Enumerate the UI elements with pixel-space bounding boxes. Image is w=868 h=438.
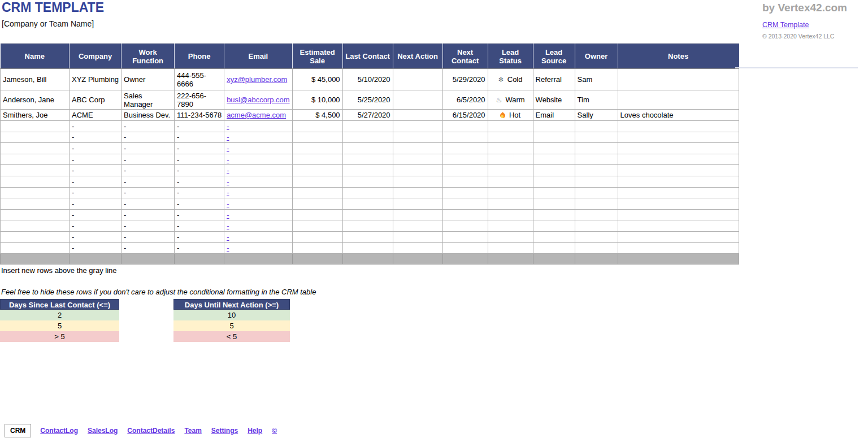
cell-name[interactable]	[1, 165, 70, 176]
column-header-last[interactable]: Last Contact	[342, 44, 393, 69]
cell-email[interactable]: -	[224, 231, 292, 242]
cell-status[interactable]	[488, 242, 533, 254]
cell-action[interactable]	[393, 143, 442, 154]
email-link[interactable]: -	[227, 222, 229, 230]
cell-work[interactable]: -	[121, 187, 175, 198]
cell-phone[interactable]: -	[175, 242, 224, 254]
cell-last[interactable]: 5/25/2020	[342, 90, 393, 110]
cell-work[interactable]: -	[121, 176, 175, 187]
cell-phone[interactable]: -	[175, 198, 224, 210]
cell-work[interactable]: -	[121, 231, 175, 242]
cell-name[interactable]	[1, 187, 70, 198]
cell-work[interactable]: -	[121, 132, 175, 143]
cell-status[interactable]	[488, 154, 533, 165]
cell-status[interactable]	[488, 231, 533, 242]
cell-email[interactable]: -	[224, 220, 292, 232]
cell-notes[interactable]	[618, 154, 739, 165]
email-link[interactable]: -	[227, 177, 229, 186]
column-header-email[interactable]: Email	[224, 44, 292, 69]
cell-sale[interactable]	[292, 187, 342, 198]
cell-last[interactable]: 5/10/2020	[342, 69, 393, 90]
cell-phone[interactable]: 111-234-5678	[175, 110, 224, 121]
cell-notes[interactable]	[618, 143, 739, 154]
cell-owner[interactable]	[575, 132, 618, 143]
cell-last[interactable]	[342, 242, 393, 254]
cell-next[interactable]: 6/5/2020	[442, 90, 488, 110]
cell-sale[interactable]	[292, 143, 342, 154]
cell-action[interactable]	[393, 198, 442, 210]
email-link[interactable]: -	[227, 200, 229, 208]
gray-cell[interactable]	[393, 254, 442, 264]
cell-company[interactable]: -	[70, 187, 121, 198]
cell-company[interactable]: XYZ Plumbing	[70, 69, 121, 90]
cell-name[interactable]	[1, 132, 70, 143]
cell-sale[interactable]: $ 10,000	[292, 90, 342, 110]
cell-owner[interactable]	[575, 209, 618, 220]
cell-work[interactable]: -	[121, 209, 175, 220]
legend-value-row[interactable]: < 5	[173, 331, 290, 342]
cell-work[interactable]: -	[121, 154, 175, 165]
cell-sale[interactable]	[292, 231, 342, 242]
cell-company[interactable]: -	[70, 121, 121, 132]
email-link[interactable]: busl@abccorp.com	[227, 96, 289, 104]
legend-value-row[interactable]: > 5	[0, 331, 119, 342]
cell-email[interactable]: acme@acme.com	[224, 110, 292, 121]
cell-name[interactable]	[1, 231, 70, 242]
column-header-owner[interactable]: Owner	[575, 44, 618, 69]
cell-notes[interactable]	[618, 242, 739, 254]
cell-owner[interactable]: Tim	[575, 90, 618, 110]
legend-value-row[interactable]: 5	[0, 320, 119, 331]
cell-email[interactable]: xyz@plumber.com	[224, 69, 292, 90]
cell-email[interactable]: -	[224, 132, 292, 143]
cell-company[interactable]: -	[70, 165, 121, 176]
legend-value-row[interactable]: 2	[0, 310, 119, 320]
column-header-notes[interactable]: Notes	[618, 44, 739, 69]
cell-phone[interactable]: 444-555- 6666	[175, 69, 224, 90]
cell-phone[interactable]: -	[175, 176, 224, 187]
column-header-name[interactable]: Name	[1, 44, 70, 69]
column-header-phone[interactable]: Phone	[175, 44, 224, 69]
cell-work[interactable]: -	[121, 242, 175, 254]
cell-action[interactable]	[393, 121, 442, 132]
cell-email[interactable]: -	[224, 121, 292, 132]
cell-source[interactable]	[533, 154, 575, 165]
cell-phone[interactable]: -	[175, 209, 224, 220]
column-header-source[interactable]: Lead Source	[533, 44, 575, 69]
cell-sale[interactable]	[292, 242, 342, 254]
cell-status[interactable]	[488, 143, 533, 154]
cell-action[interactable]	[393, 242, 442, 254]
cell-notes[interactable]	[618, 176, 739, 187]
gray-cell[interactable]	[533, 254, 575, 264]
cell-notes[interactable]	[618, 198, 739, 210]
cell-notes[interactable]: Loves chocolate	[618, 110, 739, 121]
cell-status[interactable]	[488, 198, 533, 210]
cell-status[interactable]: ❄Cold	[488, 69, 533, 90]
cell-notes[interactable]	[618, 69, 739, 90]
cell-owner[interactable]	[575, 176, 618, 187]
cell-company[interactable]: ACME	[70, 110, 121, 121]
cell-source[interactable]	[533, 198, 575, 210]
cell-email[interactable]: -	[224, 154, 292, 165]
gray-cell[interactable]	[488, 254, 533, 264]
cell-source[interactable]	[533, 165, 575, 176]
cell-action[interactable]	[393, 209, 442, 220]
cell-source[interactable]	[533, 231, 575, 242]
cell-last[interactable]	[342, 143, 393, 154]
email-link[interactable]: -	[227, 188, 229, 197]
cell-email[interactable]: -	[224, 209, 292, 220]
cell-sale[interactable]	[292, 154, 342, 165]
cell-phone[interactable]: -	[175, 220, 224, 232]
cell-sale[interactable]: $ 45,000	[292, 69, 342, 90]
cell-phone[interactable]: -	[175, 121, 224, 132]
cell-owner[interactable]	[575, 154, 618, 165]
cell-status[interactable]	[488, 209, 533, 220]
cell-sale[interactable]	[292, 209, 342, 220]
cell-last[interactable]: 5/27/2020	[342, 110, 393, 121]
cell-source[interactable]	[533, 121, 575, 132]
tab-©[interactable]: ©	[272, 427, 277, 435]
cell-company[interactable]: -	[70, 242, 121, 254]
cell-email[interactable]: -	[224, 242, 292, 254]
cell-last[interactable]	[342, 187, 393, 198]
cell-name[interactable]	[1, 198, 70, 210]
gray-cell[interactable]	[70, 254, 121, 264]
